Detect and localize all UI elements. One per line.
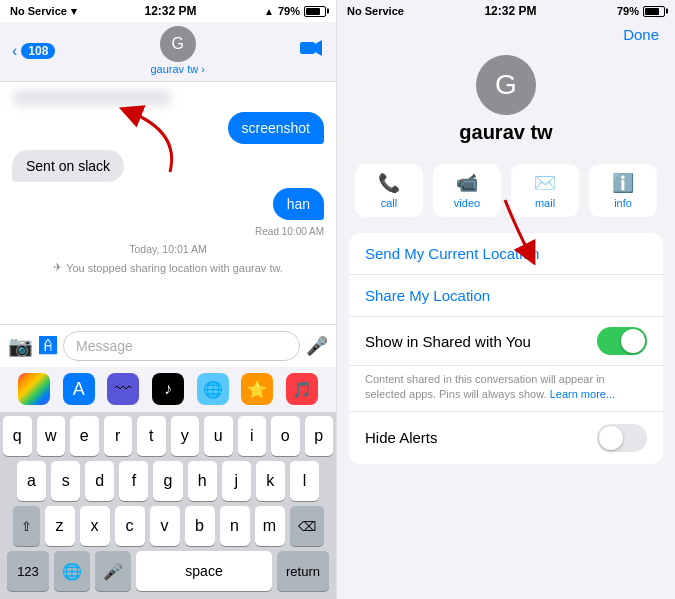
key-w[interactable]: w [37, 416, 66, 456]
battery-icon-right [643, 6, 665, 17]
mic-button[interactable]: 🎤 [306, 335, 328, 357]
mail-button[interactable]: ✉️ mail [511, 164, 579, 217]
key-q[interactable]: q [3, 416, 32, 456]
key-f[interactable]: f [119, 461, 148, 501]
keyboard-bottom-row: 123 🌐 🎤 space return [3, 551, 333, 591]
right-panel: No Service 12:32 PM 79% Done G gaurav tw… [337, 0, 675, 599]
key-b[interactable]: b [185, 506, 215, 546]
chat-avatar-small: G [160, 26, 196, 62]
key-g[interactable]: g [153, 461, 182, 501]
key-e[interactable]: e [70, 416, 99, 456]
call-icon: 📞 [378, 172, 400, 194]
key-r[interactable]: r [104, 416, 133, 456]
key-k[interactable]: k [256, 461, 285, 501]
hide-alerts-toggle[interactable] [597, 424, 647, 452]
video-label: video [454, 197, 480, 209]
key-l[interactable]: l [290, 461, 319, 501]
sticker-icon[interactable]: ⭐ [241, 373, 273, 405]
key-space[interactable]: space [136, 551, 272, 591]
signal-text: No Service [10, 5, 67, 17]
key-a[interactable]: a [17, 461, 46, 501]
key-s[interactable]: s [51, 461, 80, 501]
hide-alerts-label: Hide Alerts [365, 429, 438, 446]
video-icon: 📹 [456, 172, 478, 194]
contact-avatar-large: G [476, 55, 536, 115]
key-d[interactable]: d [85, 461, 114, 501]
action-buttons-row: 📞 call 📹 video ✉️ mail ℹ️ info [337, 156, 675, 225]
incoming-bubble-slack: Sent on slack [12, 150, 124, 182]
outgoing-bubble-han: han [273, 188, 324, 220]
location-icon: ▲ [264, 6, 274, 17]
appstore-button[interactable]: 🅰 [39, 336, 57, 357]
mail-icon: ✉️ [534, 172, 556, 194]
show-shared-toggle[interactable] [597, 327, 647, 355]
right-time: 12:32 PM [484, 4, 536, 18]
options-list: Send My Current Location Share My Locati… [349, 233, 663, 464]
key-delete[interactable]: ⌫ [290, 506, 324, 546]
back-badge: 108 [21, 43, 55, 59]
key-o[interactable]: o [271, 416, 300, 456]
chat-avatar-area[interactable]: G gaurav tw › [150, 26, 204, 75]
send-location-option[interactable]: Send My Current Location [349, 233, 663, 275]
info-button[interactable]: ℹ️ info [589, 164, 657, 217]
show-shared-toggle-row: Show in Shared with You [349, 317, 663, 366]
app-icons-bar: A 〰 ♪ 🌐 ⭐ 🎵 [0, 367, 336, 412]
hide-alerts-knob [599, 426, 623, 450]
keyboard-row-3: ⇧ z x c v b n m ⌫ [3, 506, 333, 546]
key-m[interactable]: m [255, 506, 285, 546]
key-t[interactable]: t [137, 416, 166, 456]
key-j[interactable]: j [222, 461, 251, 501]
video-call-button[interactable] [300, 39, 324, 62]
show-shared-label: Show in Shared with You [365, 333, 531, 350]
key-y[interactable]: y [171, 416, 200, 456]
blurred-message [12, 90, 172, 106]
music-alt-icon[interactable]: ♪ [152, 373, 184, 405]
key-i[interactable]: i [238, 416, 267, 456]
key-mic[interactable]: 🎤 [95, 551, 131, 591]
key-u[interactable]: u [204, 416, 233, 456]
message-input[interactable]: Message [63, 331, 300, 361]
learn-more-link[interactable]: Learn more... [550, 388, 615, 400]
photos-app-icon[interactable] [18, 373, 50, 405]
toggle-knob [621, 329, 645, 353]
wifi-icon: ▾ [71, 5, 77, 18]
location-icon-small: ✈ [53, 261, 62, 274]
video-button[interactable]: 📹 video [433, 164, 501, 217]
key-h[interactable]: h [188, 461, 217, 501]
music-icon[interactable]: 🎵 [286, 373, 318, 405]
keyboard: q w e r t y u i o p a s d f g h j k l ⇧ … [0, 412, 336, 599]
waveform-app-icon[interactable]: 〰 [107, 373, 139, 405]
key-return[interactable]: return [277, 551, 329, 591]
back-chevron-icon: ‹ [12, 42, 17, 60]
outgoing-bubble-screenshot: screenshot [228, 112, 324, 144]
key-p[interactable]: p [305, 416, 334, 456]
key-z[interactable]: z [45, 506, 75, 546]
messages-area: screenshot Sent on slack han Read 10:00 … [0, 82, 336, 324]
left-panel: No Service ▾ 12:32 PM ▲ 79% ‹ 108 G gaur… [0, 0, 337, 599]
camera-button[interactable]: 📷 [8, 334, 33, 358]
appstore-app-icon[interactable]: A [63, 373, 95, 405]
share-location-option[interactable]: Share My Location [349, 275, 663, 317]
right-header: Done [337, 22, 675, 51]
key-shift[interactable]: ⇧ [13, 506, 40, 546]
call-button[interactable]: 📞 call [355, 164, 423, 217]
contact-name-large: gaurav tw [459, 121, 552, 144]
svg-marker-1 [315, 40, 322, 56]
key-v[interactable]: v [150, 506, 180, 546]
system-message-time: Today, 10:01 AM [12, 243, 324, 255]
key-c[interactable]: c [115, 506, 145, 546]
svg-rect-0 [300, 42, 315, 54]
back-button[interactable]: ‹ 108 [12, 42, 55, 60]
key-x[interactable]: x [80, 506, 110, 546]
key-globe[interactable]: 🌐 [54, 551, 90, 591]
right-status-bar: No Service 12:32 PM 79% [337, 0, 675, 22]
key-123[interactable]: 123 [7, 551, 49, 591]
time-display: 12:32 PM [144, 4, 196, 18]
battery-percent-left: 79% [278, 5, 300, 17]
battery-icon-left [304, 6, 326, 17]
key-n[interactable]: n [220, 506, 250, 546]
web-icon[interactable]: 🌐 [197, 373, 229, 405]
info-icon: ℹ️ [612, 172, 634, 194]
done-button[interactable]: Done [623, 26, 659, 43]
status-bar-right: ▲ 79% [264, 5, 326, 17]
